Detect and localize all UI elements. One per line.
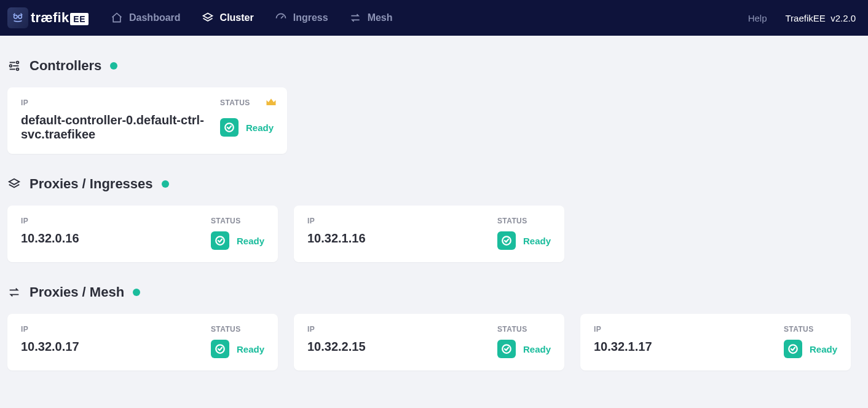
proxy-status: Ready bbox=[211, 231, 264, 250]
ip-label: IP bbox=[21, 217, 202, 225]
status-text: Ready bbox=[237, 236, 264, 246]
section-title-proxies-ingresses: Proxies / Ingresses bbox=[7, 176, 861, 192]
help-link[interactable]: Help bbox=[748, 13, 767, 23]
brand-logo[interactable]: træfikEE bbox=[7, 7, 89, 28]
nav-mesh-label: Mesh bbox=[368, 12, 393, 23]
proxies-mesh-row: IP STATUS 10.32.0.17 Ready IP STATUS 10.… bbox=[7, 314, 861, 370]
proxy-card[interactable]: IP STATUS 10.32.2.15 Ready bbox=[294, 314, 564, 370]
layers-icon bbox=[7, 177, 21, 191]
controller-status: Ready bbox=[220, 113, 274, 142]
check-icon bbox=[220, 118, 239, 137]
proxy-card[interactable]: IP STATUS 10.32.1.17 Ready bbox=[580, 314, 851, 370]
status-text: Ready bbox=[523, 344, 551, 354]
svg-point-4 bbox=[17, 68, 19, 71]
section-title-controllers: Controllers bbox=[7, 58, 861, 74]
brand-name: træfikEE bbox=[31, 10, 89, 26]
status-label: STATUS bbox=[497, 217, 551, 225]
check-icon bbox=[497, 340, 516, 358]
controller-card[interactable]: IP STATUS default-controller-0.default-c… bbox=[7, 87, 287, 154]
status-dot-icon bbox=[133, 289, 140, 296]
sliders-icon bbox=[7, 59, 21, 73]
proxy-ip: 10.32.0.17 bbox=[21, 340, 202, 358]
ip-label: IP bbox=[307, 217, 489, 225]
check-icon bbox=[211, 231, 229, 250]
ip-label: IP bbox=[21, 325, 202, 334]
nav-ingress-label: Ingress bbox=[293, 12, 328, 23]
proxy-status: Ready bbox=[211, 340, 264, 358]
proxy-ip: 10.32.1.16 bbox=[307, 231, 489, 250]
controller-ip: default-controller-0.default-ctrl-svc.tr… bbox=[21, 113, 211, 142]
status-label: STATUS bbox=[211, 217, 264, 225]
nav-cluster-label: Cluster bbox=[220, 12, 254, 23]
swap-icon bbox=[7, 286, 21, 299]
brand-suffix: EE bbox=[70, 13, 89, 25]
proxy-status: Ready bbox=[784, 340, 837, 358]
status-label: STATUS bbox=[497, 325, 551, 334]
status-dot-icon bbox=[110, 62, 117, 70]
proxy-card[interactable]: IP STATUS 10.32.0.16 Ready bbox=[7, 206, 278, 262]
svg-point-3 bbox=[10, 65, 12, 67]
ip-label: IP bbox=[21, 98, 211, 107]
section-controllers-label: Controllers bbox=[30, 58, 101, 74]
primary-nav: Dashboard Cluster Ingress Mesh bbox=[111, 12, 393, 24]
section-proxies-mesh-label: Proxies / Mesh bbox=[30, 284, 124, 300]
nav-dashboard-label: Dashboard bbox=[129, 12, 181, 23]
ip-label: IP bbox=[307, 325, 489, 334]
check-icon bbox=[784, 340, 802, 358]
proxy-status: Ready bbox=[497, 231, 551, 250]
proxy-ip: 10.32.2.15 bbox=[307, 340, 489, 358]
check-icon bbox=[497, 231, 516, 250]
controllers-row: IP STATUS default-controller-0.default-c… bbox=[7, 87, 861, 154]
navbar: træfikEE Dashboard Cluster Ingress Me bbox=[0, 0, 868, 36]
status-text: Ready bbox=[523, 236, 551, 246]
gauge-icon bbox=[275, 12, 287, 24]
layers-icon bbox=[202, 12, 214, 24]
proxy-card[interactable]: IP STATUS 10.32.1.16 Ready bbox=[294, 206, 564, 262]
crown-icon bbox=[265, 96, 277, 111]
page-content: Controllers IP STATUS default-controller… bbox=[0, 36, 868, 405]
status-text: Ready bbox=[246, 122, 274, 133]
status-label: STATUS bbox=[211, 325, 264, 334]
section-proxies-ingresses-label: Proxies / Ingresses bbox=[30, 176, 153, 192]
nav-mesh[interactable]: Mesh bbox=[349, 12, 393, 24]
status-dot-icon bbox=[162, 180, 169, 188]
svg-point-2 bbox=[17, 62, 19, 64]
proxy-ip: 10.32.1.17 bbox=[594, 340, 775, 358]
nav-ingress[interactable]: Ingress bbox=[275, 12, 328, 24]
status-label: STATUS bbox=[784, 325, 837, 334]
svg-point-1 bbox=[18, 15, 22, 18]
home-icon bbox=[111, 12, 123, 24]
status-text: Ready bbox=[810, 344, 837, 354]
mascot-icon bbox=[7, 7, 28, 28]
proxy-card[interactable]: IP STATUS 10.32.0.17 Ready bbox=[7, 314, 278, 370]
proxy-status: Ready bbox=[497, 340, 551, 358]
nav-dashboard[interactable]: Dashboard bbox=[111, 12, 181, 24]
check-icon bbox=[211, 340, 229, 358]
swap-icon bbox=[349, 12, 361, 24]
product-version: TraefikEE v2.2.0 bbox=[785, 13, 856, 23]
nav-cluster[interactable]: Cluster bbox=[202, 12, 254, 24]
proxy-ip: 10.32.0.16 bbox=[21, 231, 202, 250]
svg-point-0 bbox=[14, 15, 17, 18]
proxies-ingresses-row: IP STATUS 10.32.0.16 Ready IP STATUS 10.… bbox=[7, 206, 861, 262]
status-text: Ready bbox=[237, 344, 264, 354]
ip-label: IP bbox=[594, 325, 775, 334]
section-title-proxies-mesh: Proxies / Mesh bbox=[7, 284, 861, 300]
